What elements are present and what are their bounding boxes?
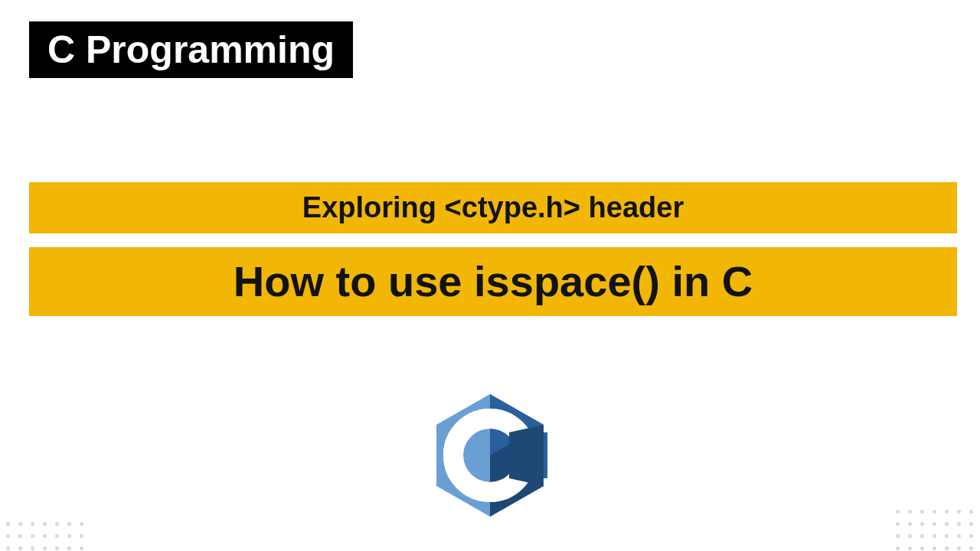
dot bbox=[969, 534, 973, 538]
dot bbox=[957, 546, 961, 550]
dot bbox=[920, 534, 924, 538]
dot bbox=[920, 510, 924, 514]
dot bbox=[969, 510, 973, 514]
dot bbox=[896, 546, 900, 550]
dot bbox=[908, 534, 912, 538]
dot bbox=[896, 510, 900, 514]
dot bbox=[43, 546, 47, 550]
dot bbox=[945, 522, 949, 526]
c-logo-icon bbox=[433, 390, 547, 523]
dot bbox=[80, 546, 83, 550]
dot bbox=[18, 534, 22, 538]
dot bbox=[6, 534, 10, 538]
header-title: C Programming bbox=[47, 28, 335, 71]
dot bbox=[43, 534, 47, 538]
dot bbox=[945, 510, 949, 514]
dot bbox=[945, 546, 949, 550]
dot bbox=[6, 522, 10, 526]
dot bbox=[920, 522, 924, 526]
dot bbox=[933, 510, 936, 514]
dot bbox=[67, 522, 71, 526]
header-badge: C Programming bbox=[29, 21, 353, 78]
title-text: How to use isspace() in C bbox=[234, 257, 753, 305]
dot bbox=[957, 522, 961, 526]
dot bbox=[31, 546, 34, 550]
subtitle-banner: Exploring <ctype.h> header bbox=[29, 182, 957, 233]
dot bbox=[969, 522, 973, 526]
dot bbox=[80, 522, 83, 526]
subtitle-text: Exploring <ctype.h> header bbox=[302, 191, 684, 223]
dot bbox=[908, 522, 912, 526]
dot bbox=[55, 522, 59, 526]
dot bbox=[55, 546, 59, 550]
svg-marker-5 bbox=[509, 425, 544, 486]
dot bbox=[31, 534, 34, 538]
dot bbox=[18, 546, 22, 550]
dot bbox=[6, 546, 10, 550]
dot bbox=[957, 510, 961, 514]
dot bbox=[67, 546, 71, 550]
dot bbox=[43, 522, 47, 526]
dot bbox=[55, 534, 59, 538]
dot bbox=[933, 522, 936, 526]
banner-group: Exploring <ctype.h> header How to use is… bbox=[29, 182, 957, 316]
dot bbox=[896, 534, 900, 538]
dot bbox=[908, 546, 912, 550]
dot bbox=[80, 534, 83, 538]
dot bbox=[67, 534, 71, 538]
dot bbox=[31, 522, 34, 526]
dot bbox=[933, 546, 936, 550]
dot bbox=[908, 510, 912, 514]
dot bbox=[920, 546, 924, 550]
decorative-dots-left bbox=[6, 522, 84, 551]
title-banner: How to use isspace() in C bbox=[29, 247, 957, 316]
dot bbox=[969, 546, 973, 550]
dot bbox=[18, 522, 22, 526]
dot bbox=[945, 534, 949, 538]
dot bbox=[957, 534, 961, 538]
dot bbox=[933, 534, 936, 538]
dot bbox=[896, 522, 900, 526]
decorative-dots-right bbox=[896, 510, 974, 551]
